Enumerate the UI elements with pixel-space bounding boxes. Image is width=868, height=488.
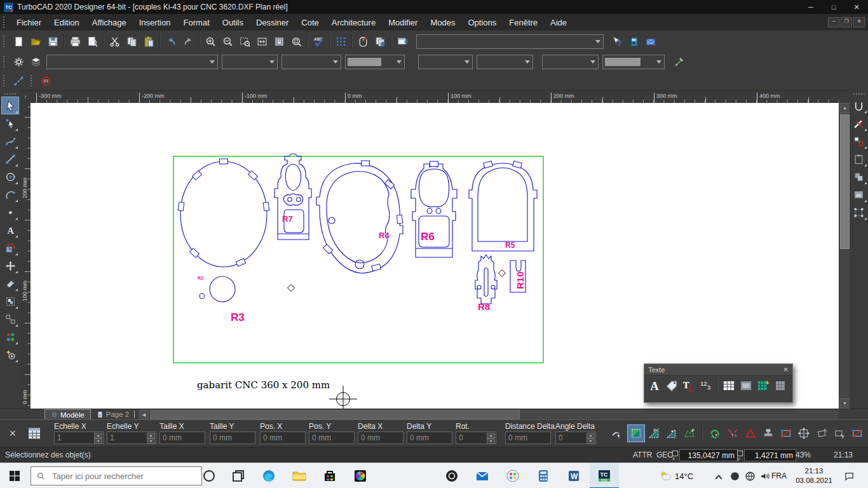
font-a-button[interactable]: A (647, 377, 662, 394)
assemble-button[interactable] (2, 257, 18, 274)
magic-wand-button[interactable] (2, 346, 18, 363)
close-inspector-icon[interactable]: ✕ (9, 428, 17, 438)
text-button[interactable]: A (2, 222, 18, 238)
copy-button[interactable] (123, 33, 140, 50)
open-button[interactable] (27, 33, 44, 50)
x-coordinate-field[interactable]: 135,0427 mm (679, 449, 738, 461)
red-circle-button[interactable] (37, 72, 55, 89)
horizontal-scroll-thumb[interactable] (150, 410, 520, 419)
snap-mouse-button[interactable] (355, 33, 372, 50)
zoom-window-button[interactable] (236, 33, 254, 50)
mdi-minimize-button[interactable]: ─ (828, 17, 839, 27)
shape-label-r5[interactable]: R5 (505, 241, 515, 250)
shape-label-r8[interactable]: R8 (478, 301, 490, 312)
screen-capture-button[interactable] (394, 33, 411, 50)
print-button[interactable] (67, 33, 84, 50)
save-button[interactable] (44, 33, 62, 50)
offset-button[interactable] (851, 97, 867, 114)
zoom-in-button[interactable] (202, 33, 219, 50)
shape-label-r10[interactable]: R10 (515, 271, 526, 289)
command-combo[interactable] (416, 34, 604, 49)
clock[interactable]: 21:13 03.08.2021 (793, 466, 835, 485)
table-button[interactable] (721, 377, 736, 394)
coordinate-table-icon[interactable] (24, 424, 44, 442)
menu-fenetre[interactable]: Fenêtre (503, 18, 544, 27)
taskbar-search[interactable] (31, 466, 202, 485)
taskbar-camera-button[interactable] (437, 463, 466, 488)
redo-button[interactable] (180, 33, 197, 50)
cut-button[interactable] (106, 33, 123, 50)
drawing-canvas[interactable]: R2R7R4R6R5R3R8R10 gabarit CNC 360 x 200 … (31, 103, 839, 409)
spinner[interactable]: ▲▼ (587, 433, 595, 443)
no-snap-2-button[interactable] (849, 425, 865, 442)
action-center-icon[interactable] (841, 468, 857, 484)
table-plain-button[interactable] (738, 377, 754, 394)
smart-line-button[interactable] (10, 72, 27, 89)
circle-button[interactable] (2, 168, 18, 185)
search-input[interactable] (51, 471, 196, 482)
rotate-select-button[interactable] (707, 425, 723, 442)
grid-dots-button[interactable] (332, 33, 349, 50)
close-icon[interactable]: ✕ (783, 366, 789, 373)
weather-widget[interactable]: 14°C (658, 463, 693, 488)
shape-label-r2[interactable]: R2 (198, 276, 203, 280)
arc-button[interactable] (2, 186, 18, 203)
print-preview-button[interactable] (84, 33, 101, 50)
delta-warn-button[interactable] (742, 425, 759, 442)
clipboard-button[interactable] (851, 151, 867, 167)
address-book-button[interactable] (625, 33, 642, 50)
node-edit-button[interactable] (2, 115, 18, 132)
property-combo-8[interactable] (602, 55, 665, 69)
property-combo-7[interactable] (542, 55, 599, 69)
poly-select-button[interactable]: P (681, 425, 698, 442)
field-input[interactable]: 1▲▼ (107, 431, 156, 444)
menu-dessiner[interactable]: Dessiner (250, 18, 295, 27)
text-style-button[interactable]: Tt (681, 377, 696, 394)
field-input[interactable]: 0 mm (159, 431, 205, 444)
tray-volume-button[interactable] (757, 468, 773, 484)
scroll-left-icon[interactable]: ◀ (139, 410, 149, 419)
texte-palette-titlebar[interactable]: Texte ✕ (644, 364, 792, 376)
fill-select-button[interactable] (628, 425, 644, 442)
property-combo-2[interactable] (222, 55, 278, 69)
select-bounds-button[interactable] (851, 204, 867, 220)
new-button[interactable] (10, 33, 27, 50)
tray-network-button[interactable] (742, 468, 757, 484)
field-input[interactable]: 1▲▼ (54, 431, 104, 444)
spell-check-button[interactable]: ABC (310, 33, 327, 50)
y-coordinate-field[interactable]: 1,4271 mm (744, 449, 796, 461)
vertical-ruler[interactable]: 200 mm100 mm0 mm (20, 103, 31, 409)
tri-select-button[interactable]: P (646, 425, 662, 442)
taskbar-calculator-button[interactable] (529, 463, 558, 488)
trim-button[interactable] (851, 115, 867, 132)
close-button[interactable]: ✕ (845, 0, 868, 14)
taskbar-explorer-button[interactable] (285, 463, 314, 488)
minimize-button[interactable]: ─ (799, 0, 822, 14)
panel-button[interactable] (851, 186, 867, 203)
vertical-scroll-thumb[interactable] (840, 114, 850, 249)
sheet-tab-modele[interactable]: Modèle (44, 409, 91, 419)
select-button[interactable] (2, 97, 18, 114)
spinner[interactable]: ▲▼ (487, 433, 495, 443)
property-combo-1[interactable] (46, 55, 218, 69)
zoom-out-button[interactable] (219, 33, 236, 50)
shape-label-r6[interactable]: R6 (421, 231, 435, 243)
menu-fichier[interactable]: Fichier (10, 18, 48, 27)
property-combo-5[interactable] (418, 55, 473, 69)
union-button[interactable] (851, 168, 867, 185)
menu-affichage[interactable]: Affichage (86, 18, 133, 27)
field-input[interactable]: 0 mm (309, 431, 355, 444)
menu-insertion[interactable]: Insertion (133, 18, 177, 27)
taskbar-mail-app-button[interactable] (468, 463, 497, 488)
toolbar-drag-handle[interactable] (31, 75, 34, 86)
couples-outlines[interactable] (180, 154, 537, 304)
menubar-drag-handle[interactable] (3, 17, 7, 28)
table-cells-button[interactable] (773, 377, 788, 394)
taskbar-turbocad-button[interactable]: TC2020 (590, 463, 619, 488)
horizontal-scrollbar[interactable] (150, 410, 839, 419)
scroll-down-icon[interactable]: ▼ (839, 398, 850, 409)
tray-tray-circle-button[interactable] (727, 468, 742, 484)
sheet-tab-page-2[interactable]: 1Page 2 (91, 409, 135, 419)
menu-aide[interactable]: Aide (544, 18, 573, 27)
taskbar-edge-button[interactable] (254, 463, 283, 488)
